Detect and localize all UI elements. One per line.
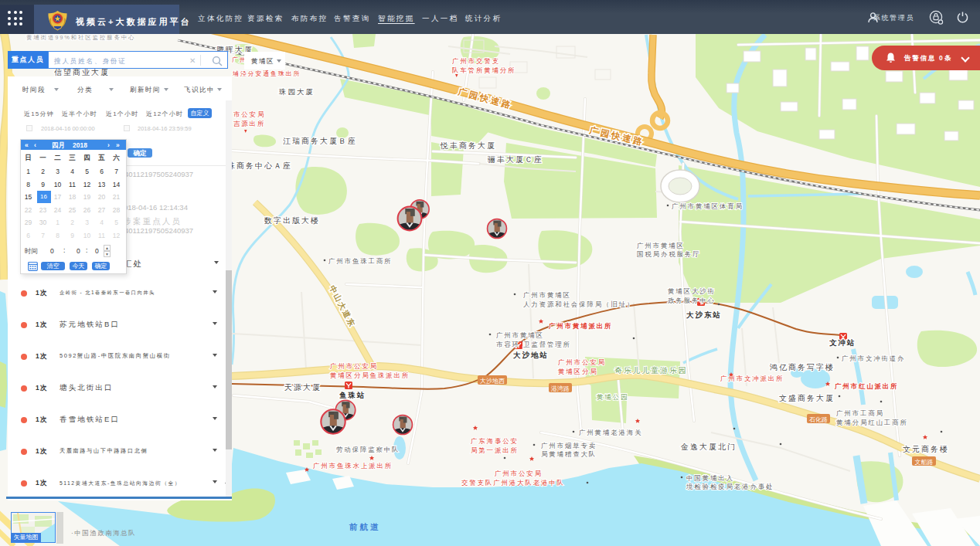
svg-text:文冲站: 文冲站 (829, 338, 856, 347)
svg-text:广州市鱼珠水上派出所: 广州市鱼珠水上派出所 (313, 462, 393, 470)
svg-text:黄埔区大沙街: 黄埔区大沙街 (667, 287, 716, 295)
svg-text:鸿亿商务写字楼: 鸿亿商务写字楼 (769, 363, 835, 371)
svg-text:广州市公安局: 广州市公安局 (558, 358, 606, 366)
svg-text:文船路: 文船路 (915, 459, 934, 466)
svg-text:政务服务中心: 政务服务中心 (668, 297, 716, 304)
svg-text:广州市烟草专卖: 广州市烟草专卖 (541, 442, 597, 449)
svg-text:广州市文冲街道办: 广州市文冲街道办 (842, 354, 905, 362)
svg-text:广州市公安局: 广州市公安局 (330, 362, 378, 370)
svg-text:大沙东站: 大沙东站 (686, 310, 722, 319)
svg-text:文元商务楼: 文元商务楼 (903, 445, 949, 453)
svg-text:黄埔区分局: 黄埔区分局 (557, 368, 598, 375)
svg-text:金逸大厦北门: 金逸大厦北门 (680, 443, 737, 451)
svg-text:队车管所黄埔分所: 队车管所黄埔分所 (452, 66, 516, 74)
svg-text:信望商业大厦: 信望商业大厦 (54, 68, 110, 76)
svg-text:悦丰商务大厦: 悦丰商务大厦 (440, 141, 496, 150)
svg-text:广州市交警支: 广州市交警支 (452, 57, 500, 65)
svg-text:吉源出所: 吉源出所 (233, 120, 265, 127)
svg-text:广州市红山派出所: 广州市红山派出所 (834, 382, 898, 390)
svg-text:黄埔公园: 黄埔公园 (596, 393, 628, 401)
svg-text:国税局办税服务厅: 国税局办税服务厅 (637, 250, 700, 258)
svg-text:广州市鱼珠工商所: 广州市鱼珠工商所 (328, 257, 392, 265)
svg-text:珠商务中心Ａ座: 珠商务中心Ａ座 (226, 161, 292, 170)
svg-text:前航道: 前航道 (349, 522, 381, 531)
svg-text:数字出版大楼: 数字出版大楼 (264, 216, 320, 225)
svg-text:大沙地西: 大沙地西 (480, 378, 505, 385)
svg-text:广东海事公安: 广东海事公安 (471, 437, 519, 445)
svg-text:珠园大厦: 珠园大厦 (278, 87, 315, 96)
svg-text:市公安局: 市公安局 (233, 110, 265, 118)
svg-text:广州市黄埔区: 广州市黄埔区 (496, 331, 544, 339)
svg-text:交警支队广州港大队老港中队: 交警支队广州港大队老港中队 (461, 479, 565, 487)
svg-text:黄埔街道99%和社区监控服务中心: 黄埔街道99%和社区监控服务中心 (26, 34, 135, 41)
svg-text:人力资源和社会保障局（旧址）: 人力资源和社会保障局（旧址） (523, 300, 635, 308)
svg-text:广州市工商局: 广州市工商局 (836, 409, 884, 417)
svg-text:天源大厦: 天源大厦 (284, 383, 322, 392)
svg-text:江瑞商务大厦Ｂ座: 江瑞商务大厦Ｂ座 (283, 137, 357, 145)
svg-text:广州黄埔老港海关: 广州黄埔老港海关 (579, 429, 642, 436)
svg-text:市容环 卫监督管理所: 市容环 卫监督管理所 (496, 341, 571, 348)
svg-text:港湾路: 港湾路 (551, 385, 570, 392)
svg-text:石化路: 石化路 (809, 416, 828, 423)
svg-text:广州市黄埔区体育局: 广州市黄埔区体育局 (672, 202, 744, 210)
svg-text:埔泾分安通鱼珠出所: 埔泾分安通鱼珠出所 (232, 70, 301, 77)
svg-text:文盛商务大厦: 文盛商务大厦 (779, 394, 835, 402)
svg-text:局第一派出所: 局第一派出所 (471, 446, 519, 454)
svg-text:黄埔区分局鱼珠派出所: 黄埔区分局鱼珠派出所 (329, 371, 410, 379)
svg-text:劳动保障监察中队: 劳动保障监察中队 (336, 446, 400, 453)
svg-text:广州市黄埔区: 广州市黄埔区 (637, 242, 685, 249)
svg-text:黄埔分局红山工商所: 黄埔分局红山工商所 (835, 419, 908, 426)
svg-text:骊丰大厦Ｃ座: 骊丰大厦Ｃ座 (487, 155, 543, 164)
svg-text:奇乐儿儿童游乐园: 奇乐儿儿童游乐园 (614, 366, 687, 375)
svg-text:鱼珠站: 鱼珠站 (339, 391, 366, 399)
svg-text:广州市公安局: 广州市公安局 (495, 470, 543, 477)
svg-text:境检验检疫局老港办事处: 境检验检疫局老港办事处 (686, 483, 774, 490)
svg-text:中国黄埔出入: 中国黄埔出入 (686, 474, 734, 482)
svg-text:局黄埔稽查大队: 局黄埔稽查大队 (541, 450, 597, 458)
svg-text:广州市黄埔派出所: 广州市黄埔派出所 (548, 322, 612, 330)
svg-text:广州市黄埔区: 广州市黄埔区 (523, 291, 571, 299)
svg-text:大沙地站: 大沙地站 (513, 351, 549, 359)
